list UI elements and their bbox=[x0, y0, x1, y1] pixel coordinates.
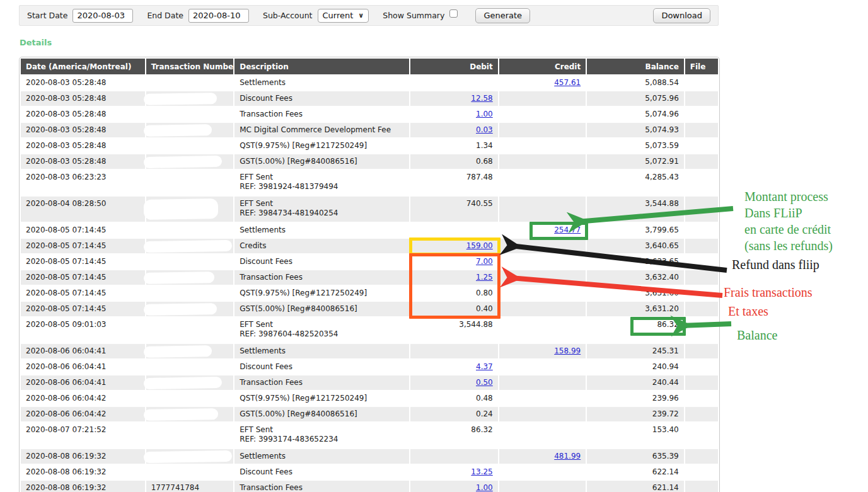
debit-amount-link[interactable]: 1.25 bbox=[476, 273, 493, 282]
date-cell: 2020-08-06 06:04:42 bbox=[21, 407, 145, 421]
column-header-credit: Credit bbox=[499, 59, 586, 74]
credit-cell bbox=[499, 423, 586, 448]
date-cell: 2020-08-05 07:14:45 bbox=[21, 270, 145, 285]
credit-amount-link[interactable]: 457.61 bbox=[554, 78, 581, 87]
file-cell bbox=[685, 197, 718, 222]
end-date-input[interactable] bbox=[188, 9, 249, 23]
date-cell: 2020-08-03 05:28:48 bbox=[21, 107, 145, 122]
credit-cell bbox=[499, 286, 586, 300]
redaction-blob bbox=[144, 124, 212, 137]
description-cell: GST(5.00%) [Reg#840086516] bbox=[234, 302, 409, 316]
credit-amount-link[interactable]: 254.77 bbox=[554, 226, 581, 234]
table-row: 2020-08-05 07:14:45Settlements254.773,79… bbox=[21, 223, 718, 237]
credit-cell bbox=[499, 239, 586, 253]
transaction-number-cell bbox=[146, 465, 234, 479]
date-cell: 2020-08-05 07:14:45 bbox=[21, 239, 145, 253]
table-row: 2020-08-06 06:04:42QST(9.975%) [Reg#1217… bbox=[21, 391, 718, 406]
table-row: 2020-08-05 07:14:45Credits159.003,640.65 bbox=[21, 239, 718, 253]
date-cell: 2020-08-05 09:01:03 bbox=[21, 318, 145, 343]
description-cell: Transaction Fees bbox=[234, 270, 409, 285]
file-cell bbox=[685, 344, 718, 358]
sub-account-select[interactable]: Current ∨ bbox=[318, 9, 369, 23]
table-row: 2020-08-03 05:28:48Settlements457.615,08… bbox=[21, 76, 718, 90]
balance-cell: 3,631.60 bbox=[587, 286, 684, 300]
show-summary-checkbox[interactable] bbox=[449, 9, 458, 18]
redaction-blob bbox=[144, 272, 214, 284]
file-cell bbox=[685, 302, 718, 316]
balance-cell: 245.31 bbox=[587, 344, 684, 358]
date-cell: 2020-08-05 07:14:45 bbox=[21, 255, 145, 269]
date-cell: 2020-08-05 07:14:45 bbox=[21, 302, 145, 316]
date-cell: 2020-08-08 06:19:32 bbox=[21, 449, 145, 464]
debit-amount-link[interactable]: 4.37 bbox=[476, 362, 493, 371]
debit-cell: 4.37 bbox=[410, 360, 498, 374]
table-row: 2020-08-03 05:28:48Transaction Fees1.005… bbox=[21, 107, 718, 122]
date-cell: 2020-08-03 05:28:48 bbox=[21, 76, 145, 90]
download-button[interactable]: Download bbox=[653, 8, 710, 23]
debit-cell: 3,544.88 bbox=[410, 318, 498, 343]
date-cell: 2020-08-08 06:19:32 bbox=[21, 465, 145, 479]
table-row: 2020-08-03 06:23:23EFT SentREF: 3981924-… bbox=[21, 170, 718, 195]
description-cell: Transaction Fees bbox=[234, 375, 409, 390]
debit-amount-link[interactable]: 7.00 bbox=[476, 257, 493, 266]
description-cell: Settlements bbox=[234, 223, 409, 237]
debit-amount-link[interactable]: 0.03 bbox=[476, 125, 493, 134]
file-cell bbox=[685, 270, 718, 285]
balance-cell: 3,632.40 bbox=[587, 270, 684, 285]
debit-amount-link[interactable]: 1.00 bbox=[476, 110, 493, 118]
annotation-label: Et taxes bbox=[728, 303, 768, 319]
redaction-blob bbox=[144, 92, 217, 105]
debit-amount-link[interactable]: 12.58 bbox=[471, 94, 492, 103]
end-date-label: End Date bbox=[147, 11, 183, 20]
debit-amount-link[interactable]: 159.00 bbox=[466, 241, 493, 250]
column-header-date-america-montreal: Date (America/Montreal) bbox=[21, 59, 145, 74]
credit-cell bbox=[499, 139, 586, 153]
credit-cell bbox=[499, 375, 586, 390]
file-cell bbox=[685, 360, 718, 374]
credit-cell bbox=[499, 123, 586, 137]
balance-cell: 239.96 bbox=[587, 391, 684, 406]
debit-cell: 0.40 bbox=[410, 302, 498, 316]
date-cell: 2020-08-05 07:14:45 bbox=[21, 223, 145, 237]
redaction-blob bbox=[144, 450, 232, 462]
transaction-number-cell bbox=[146, 255, 234, 269]
generate-button[interactable]: Generate bbox=[475, 8, 530, 23]
credit-cell: 481.99 bbox=[499, 449, 586, 464]
balance-cell: 4,285.43 bbox=[587, 170, 684, 195]
debit-cell: 7.00 bbox=[410, 255, 498, 269]
debit-cell: 787.48 bbox=[410, 170, 498, 195]
file-cell bbox=[685, 239, 718, 253]
balance-cell: 3,640.65 bbox=[587, 239, 684, 253]
transaction-number-cell bbox=[146, 107, 234, 122]
description-cell: Transaction Fees bbox=[234, 107, 409, 122]
credit-cell bbox=[499, 360, 586, 374]
table-row: 2020-08-03 05:28:48Discount Fees12.585,0… bbox=[21, 91, 718, 106]
credit-amount-link[interactable]: 481.99 bbox=[554, 452, 581, 461]
date-cell: 2020-08-07 07:21:52 bbox=[21, 423, 145, 448]
credit-cell bbox=[499, 391, 586, 406]
transaction-number-cell bbox=[146, 375, 234, 390]
transaction-number-cell bbox=[146, 391, 234, 406]
redaction-blob bbox=[144, 408, 218, 420]
debit-amount-link[interactable]: 1.00 bbox=[476, 483, 493, 492]
file-cell bbox=[685, 76, 718, 90]
date-cell: 2020-08-04 08:28:50 bbox=[21, 197, 145, 222]
debit-cell: 13.25 bbox=[410, 465, 498, 479]
start-date-input[interactable] bbox=[72, 9, 133, 23]
balance-cell: 3,799.65 bbox=[587, 223, 684, 237]
file-cell bbox=[685, 481, 718, 492]
description-cell: EFT SentREF: 3981924-481379494 bbox=[234, 170, 409, 195]
redaction-blob bbox=[144, 345, 212, 358]
description-cell: Settlements bbox=[234, 449, 409, 464]
debit-cell bbox=[410, 223, 498, 237]
credit-amount-link[interactable]: 158.99 bbox=[554, 346, 581, 355]
debit-cell bbox=[410, 344, 498, 358]
file-cell bbox=[685, 465, 718, 479]
debit-cell: 12.58 bbox=[410, 91, 498, 106]
debit-amount-link[interactable]: 13.25 bbox=[471, 467, 492, 476]
debit-amount-link[interactable]: 0.50 bbox=[476, 378, 493, 387]
details-heading: Details bbox=[20, 38, 52, 47]
description-cell: GST(5.00%) [Reg#840086516] bbox=[234, 154, 409, 169]
transaction-number-cell bbox=[146, 197, 234, 222]
credit-cell bbox=[499, 154, 586, 169]
